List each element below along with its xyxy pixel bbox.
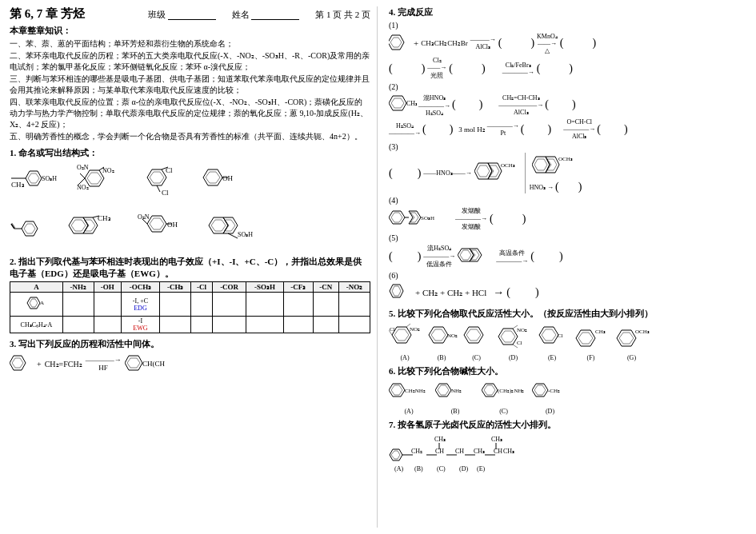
svg-marker-99 [542, 329, 556, 341]
svg-text:CH: CH [455, 448, 464, 455]
svg-marker-78 [471, 250, 479, 260]
struct-2: O₂N NO₂ NO₂ [74, 161, 126, 206]
section-3: 3. 写出下列反应的历程和活性中间体。 + CH₂=FCH₂ ――――→ HF … [10, 338, 370, 376]
table-row2-och3: -IEWG [121, 317, 160, 333]
struct-3: Cl Cl [138, 163, 182, 205]
table-row1-och3: -I, +CEDG [121, 293, 160, 317]
svg-text:(D): (D) [459, 465, 468, 472]
section-7-title: 7. 按各氢原子光卤代反应的活性大小排列。 [389, 419, 746, 431]
right-column: 4. 完成反应 (1) + CH₃CH₂CH₂Br ―――→ AlCl₃ ( ) [386, 6, 746, 528]
reagent-pt: ――――→ Pt [487, 122, 519, 137]
svg-marker-62 [490, 165, 499, 177]
svg-text:Cl: Cl [558, 333, 563, 339]
table-row1-no2 [339, 293, 370, 317]
table-row2-ch3 [160, 317, 191, 333]
reaction-6-label: (6) [389, 271, 746, 280]
svg-text:OCH₃: OCH₃ [558, 156, 573, 162]
section-7-items: CH₂ CH CH CH₃ CH CH₃ CH₃ CH₃ [389, 433, 746, 477]
svg-text:(E): (E) [477, 465, 486, 472]
base-item-a: CH₂NH₂ (A) [389, 380, 429, 415]
table-row2-so3h [246, 317, 284, 333]
section-3-title: 3. 写出下列反应的历程和活性中间体。 [10, 338, 370, 350]
svg-text:(B): (B) [414, 465, 423, 472]
svg-text:CH₃: CH₃ [98, 214, 111, 222]
table-row2-cf3 [283, 317, 313, 333]
svg-marker-31 [85, 220, 95, 231]
reagent-ch2cl-alcl3: CH₂=CH-CH₃ ――――――→ AlCl₃ [498, 94, 543, 116]
struct-5 [10, 209, 54, 251]
svg-text:A: A [40, 300, 44, 306]
reagent-cl2-febr3: Cl₂/FeBr₃ ――――→ [502, 62, 534, 76]
reaction-5: ( ) 流H₂SO₄ ――――→ 低温条件 高温条件 ――――→ [389, 244, 746, 269]
struct-row-1: CH₃ SO₃H O₂N NO₂ [10, 161, 370, 206]
section-4-title: 4. 完成反应 [389, 6, 746, 18]
struct-7: O₂N OH [138, 209, 194, 251]
section-7: 7. 按各氢原子光卤代反应的活性大小排列。 CH₂ CH CH CH₃ [389, 419, 746, 477]
svg-text:NO₂: NO₂ [447, 333, 458, 339]
section-3-reaction: + CH₂=FCH₂ ――――→ HF CH(CH₃)₂ [10, 352, 370, 376]
reaction-2c: H₂SO₄ ――――→ ( ) 3 mol H₂ ――――→ Pt ( ) [389, 118, 551, 140]
svg-marker-108 [391, 385, 402, 395]
knowledge-item-4: 四、联苯亲电取代反应的位置；萘 α-位的亲电取代反应位(-X、-NO₂、-SO₃… [10, 97, 370, 130]
svg-text:-CH₂: -CH₂ [548, 388, 560, 394]
svg-marker-29 [71, 220, 86, 231]
table-row1-so3h [246, 293, 284, 317]
compare-item-c: (C) [462, 322, 490, 361]
svg-marker-55 [390, 38, 402, 47]
reaction-4-label: (4) [389, 196, 746, 205]
name-field [251, 10, 299, 20]
left-column: 第 6, 7 章 芳烃 班级 姓名 第 1 页 共 2 页 本章整章知识： 一、… [10, 6, 378, 528]
svg-line-18 [157, 185, 160, 192]
svg-marker-70 [391, 213, 402, 222]
svg-marker-60 [477, 165, 490, 177]
table-row2-cn [313, 317, 338, 333]
reaction-2d: O=CH-Cl ――――→ AlCl₃ ( ) [563, 118, 627, 140]
svg-marker-50 [12, 358, 23, 368]
svg-marker-47 [30, 299, 38, 307]
compare-item-b: NO₂ (B) [426, 322, 458, 361]
reaction-1a: + CH₃CH₂CH₂Br ―――→ AlCl₃ ( ) KMnO₄ ――→ △… [389, 32, 746, 54]
svg-marker-24 [24, 224, 35, 233]
reagent-alcl3: ―――→ AlCl₃ [470, 36, 496, 50]
table-header-so3h: -SO₃H [246, 282, 284, 293]
base-item-c: (CH₂)₂NH₂ (C) [482, 380, 526, 415]
reaction-2-group: CH₃ 混HNO₃ ――――→ H₂SO₄ ( ) CH₂=CH-CH₃ [389, 93, 746, 117]
svg-marker-117 [534, 385, 546, 395]
reagent-h2so4-2: H₂SO₄ ――――→ [389, 122, 421, 137]
svg-marker-67 [547, 159, 557, 170]
reaction-3-right: OCH₃ HNO₃ → ( ) [525, 153, 582, 193]
svg-marker-82 [394, 329, 409, 341]
section-5-items: NO₂ Cl (A) NO₂ (B) [389, 322, 746, 361]
svg-line-8 [80, 173, 85, 178]
section-5-title: 5. 比较下列化合物取代反应活性大小。（按反应活性由大到小排列） [389, 308, 746, 320]
svg-text:SO₃H: SO₃H [238, 231, 253, 238]
table-row1-cn [313, 293, 338, 317]
compare-item-a: NO₂ Cl (A) [389, 322, 421, 361]
reagent-cl2-light: Cl₂ ――→ 光照 [427, 57, 446, 80]
reagent-ch2cl2-alcl3: O=CH-Cl ――――→ AlCl₃ [563, 118, 595, 140]
reagent-high-temp: 高温条件 ――――→ [496, 249, 528, 265]
effect-table: A -NH₂ -OH -OCH₃ -CH₃ -Cl -COR -SO₃H -CF… [10, 281, 370, 333]
section-6-items: CH₂NH₂ (A) NH₂ (B) (CH₂) [389, 380, 746, 415]
reaction-1b: ( ) Cl₂ ――→ 光照 ( ) Cl₂/FeBr₃ ――――→ ( [389, 57, 746, 80]
svg-marker-6 [87, 173, 102, 184]
section-5: 5. 比较下列化合物取代反应活性大小。（按反应活性由大到小排列） NO₂ Cl … [389, 308, 746, 361]
page-info: 班级 姓名 第 1 页 共 2 页 [148, 9, 370, 21]
page-num: 第 1 页 共 2 页 [315, 9, 370, 21]
svg-text:CH₃: CH₃ [406, 100, 417, 107]
compare-item-f: CH₃ (F) [573, 322, 609, 361]
table-header-cor: -COR [212, 282, 246, 293]
svg-marker-114 [484, 385, 495, 395]
svg-marker-73 [410, 213, 418, 222]
table-row1-label: A [10, 293, 63, 317]
svg-marker-43 [225, 220, 235, 231]
reaction-5-label: (5) [389, 233, 746, 242]
svg-text:CH₃: CH₃ [434, 436, 446, 443]
svg-marker-80 [392, 286, 401, 296]
svg-text:OH: OH [222, 174, 233, 182]
table-header-ch3: -CH₃ [160, 282, 191, 293]
struct-row-2: CH₃ O₂N OH [10, 209, 370, 251]
table-row1-cor [212, 293, 246, 317]
table-row1-oh [94, 293, 121, 317]
svg-marker-2 [28, 173, 39, 183]
